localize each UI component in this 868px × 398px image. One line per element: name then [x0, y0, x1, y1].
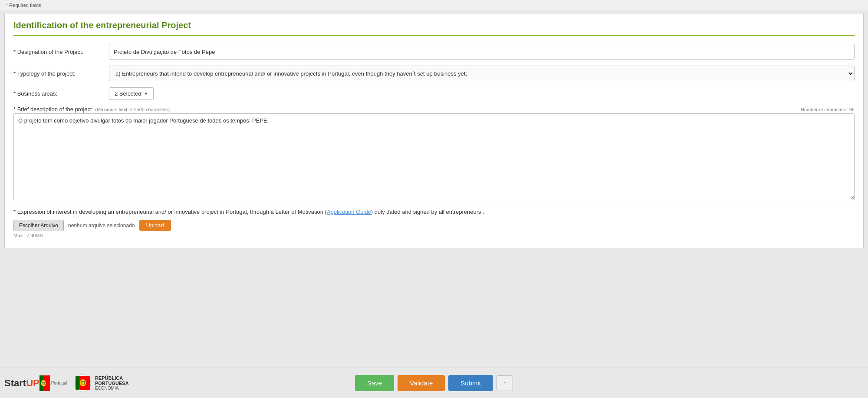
char-count: Number of characters: 96 — [801, 107, 855, 112]
svg-rect-5 — [76, 376, 79, 390]
designation-label: * Designation of the Project: — [13, 49, 109, 55]
submit-button[interactable]: Submit — [448, 375, 493, 391]
business-areas-selected-text: 2 Selected — [115, 90, 141, 97]
startup-text: StartUP — [4, 378, 39, 389]
expression-text: * Expression of interest in developing a… — [13, 208, 855, 216]
typology-label: * Typology of the project: — [13, 70, 109, 77]
business-areas-multiselect[interactable]: 2 Selected ▼ — [109, 87, 154, 100]
application-guide-link[interactable]: Application Guide — [327, 209, 371, 215]
republica-emblem-icon — [74, 373, 92, 393]
description-section: * Brief description of the project (Maxi… — [13, 106, 855, 202]
business-areas-label: * Business areas: — [13, 90, 109, 97]
startup-up-text: UP — [26, 378, 39, 388]
description-header: * Brief description of the project (Maxi… — [13, 106, 855, 113]
startup-portugal-text: Portugal — [51, 381, 67, 385]
designation-row: * Designation of the Project: — [13, 44, 855, 60]
main-form-card: Identification of the entrepreneurial Pr… — [4, 13, 864, 249]
action-buttons: Save Validate Submit ↑ — [355, 375, 513, 391]
required-fields-note: * Required fields — [0, 0, 868, 10]
svg-point-7 — [80, 379, 86, 386]
bottom-bar: StartUP Portugal — [0, 368, 868, 398]
choose-file-button[interactable]: Escolher Arquivo — [13, 220, 64, 231]
business-areas-row: * Business areas: 2 Selected ▼ — [13, 87, 855, 100]
typology-select[interactable]: a) Entrepreneurs that intend to develop … — [109, 66, 855, 81]
spacer — [0, 252, 868, 368]
startup-portugal-logo: StartUP Portugal — [4, 375, 67, 391]
upload-button[interactable]: Upload — [139, 220, 171, 231]
max-size-note: Max.: 7,90MB — [13, 233, 855, 238]
save-button[interactable]: Save — [355, 375, 394, 391]
validate-button[interactable]: Validate — [398, 375, 445, 391]
description-textarea[interactable]: O projeto tem como objetivo divulgar fot… — [13, 113, 855, 200]
description-label: * Brief description of the project — [13, 106, 92, 113]
expression-label-end: ) duly dated and signed by all entrepren… — [371, 209, 484, 215]
chevron-down-icon: ▼ — [144, 91, 148, 96]
designation-input[interactable] — [109, 44, 855, 60]
green-divider — [13, 35, 855, 36]
file-name-display: nenhum arquivo selecionado — [68, 222, 135, 229]
startup-start-text: Start — [4, 378, 26, 388]
bottom-bar-inner: StartUP Portugal — [0, 375, 868, 391]
expression-label-start: * Expression of interest in developing a… — [13, 209, 327, 215]
section-title: Identification of the entrepreneurial Pr… — [13, 20, 855, 30]
expression-section: * Expression of interest in developing a… — [13, 208, 855, 238]
file-upload-row: Escolher Arquivo nenhum arquivo selecion… — [13, 220, 855, 231]
description-max-chars: (Maximum limit of 2500 characters) — [95, 107, 170, 112]
typology-row: * Typology of the project: a) Entreprene… — [13, 66, 855, 81]
description-label-row: * Brief description of the project (Maxi… — [13, 106, 170, 113]
republica-text: REPÚBLICA PORTUGUESA ECONOMIA — [95, 375, 129, 391]
republica-portuguesa-logo: REPÚBLICA PORTUGUESA ECONOMIA — [74, 373, 129, 393]
svg-point-2 — [41, 380, 46, 386]
scroll-top-button[interactable]: ↑ — [496, 375, 513, 391]
portugal-flag-icon — [39, 375, 50, 391]
bottom-logos: StartUP Portugal — [4, 373, 129, 393]
